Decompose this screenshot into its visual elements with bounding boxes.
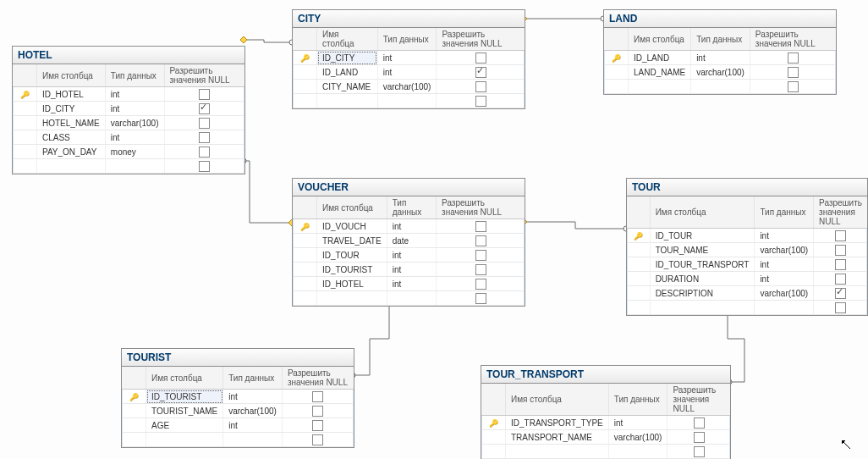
table-city[interactable]: CITYИмя столбцаТип данныхРазрешить значе… [292,9,525,109]
col-name-cell[interactable] [650,301,755,315]
col-name-cell[interactable]: LAND_NAME [629,65,691,80]
col-name-cell[interactable]: ID_HOTEL [37,87,106,102]
col-name-cell[interactable]: ID_LAND [629,51,691,65]
col-name-cell[interactable] [146,433,223,447]
null-checkbox[interactable] [312,406,323,417]
col-type-cell[interactable]: int [223,390,283,404]
col-name-cell[interactable]: ID_VOUCH [317,219,387,234]
col-type-cell[interactable] [691,80,750,94]
table-voucher[interactable]: VOUCHERИмя столбцаТип данныхРазрешить зн… [292,178,525,307]
table-row[interactable]: TRAVEL_DATEdate [293,234,525,248]
col-type-cell[interactable]: int [105,102,164,116]
col-name-cell[interactable]: ID_LAND [317,65,378,80]
null-checkbox[interactable] [694,446,705,457]
col-null-cell[interactable] [282,433,354,447]
null-checkbox[interactable] [475,279,486,290]
table-row[interactable]: 🔑ID_HOTELint [13,87,244,102]
col-type-cell[interactable]: int [377,51,437,65]
null-checkbox[interactable] [475,235,486,246]
table-row[interactable]: 🔑ID_VOUCHint [293,219,525,234]
col-name-cell[interactable]: HOTEL_NAME [37,116,106,130]
col-name-cell[interactable]: AGE [146,418,223,433]
table-row[interactable]: ID_TOUR_TRANSPORTint [627,257,867,272]
col-name-cell[interactable] [317,291,387,306]
table-row[interactable]: DURATIONint [627,272,867,286]
null-checkbox[interactable] [199,147,210,158]
col-name-cell[interactable]: PAY_ON_DAY [37,145,106,159]
col-type-cell[interactable] [755,301,814,315]
col-name-cell[interactable]: TRAVEL_DATE [317,234,387,248]
table-title[interactable]: TOURIST [122,349,354,367]
col-null-cell[interactable] [667,430,730,445]
null-checkbox[interactable] [475,293,486,304]
null-checkbox[interactable] [835,302,846,313]
col-null-cell[interactable] [437,277,525,291]
table-row[interactable] [481,445,730,459]
null-checkbox[interactable] [835,259,846,270]
table-tour[interactable]: TOURИмя столбцаТип данныхРазрешить значе… [626,178,868,316]
null-checkbox[interactable] [694,418,705,429]
col-null-cell[interactable] [750,51,836,65]
col-type-cell[interactable]: date [387,234,436,248]
null-checkbox[interactable] [475,81,486,92]
col-name-cell[interactable]: ID_TOUR_TRANSPORT [650,257,755,272]
col-null-cell[interactable] [437,219,525,234]
col-null-cell[interactable] [814,257,867,272]
col-null-cell[interactable] [667,416,730,430]
table-row[interactable]: 🔑ID_TOURISTint [122,390,354,404]
col-null-cell[interactable] [164,102,244,116]
table-row[interactable] [122,433,354,447]
col-type-cell[interactable]: int [105,87,164,102]
null-checkbox[interactable] [199,103,210,114]
col-null-cell[interactable] [437,291,525,306]
null-checkbox[interactable] [835,230,846,241]
col-type-cell[interactable]: int [387,263,436,277]
table-row[interactable]: ID_HOTELint [293,277,525,291]
col-null-cell[interactable] [814,286,867,301]
col-name-cell[interactable]: CLASS [37,130,106,145]
col-null-cell[interactable] [437,94,525,108]
col-type-cell[interactable]: varchar(100) [377,80,437,94]
table-tourist[interactable]: TOURISTИмя столбцаТип данныхРазрешить зн… [121,348,354,448]
col-type-cell[interactable]: varchar(100) [691,65,750,80]
col-null-cell[interactable] [814,301,867,315]
col-null-cell[interactable] [814,229,867,243]
table-row[interactable]: CITY_NAMEvarchar(100) [293,80,525,94]
col-type-cell[interactable]: int [755,257,814,272]
table-row[interactable] [604,80,836,94]
null-checkbox[interactable] [475,264,486,275]
col-name-cell[interactable]: TOURIST_NAME [146,404,223,418]
col-type-cell[interactable] [608,445,667,459]
col-type-cell[interactable]: int [387,277,436,291]
col-name-cell[interactable]: ID_TOUR [650,229,755,243]
null-checkbox[interactable] [199,89,210,100]
col-null-cell[interactable] [164,145,244,159]
null-checkbox[interactable] [475,221,486,232]
col-type-cell[interactable]: int [608,416,667,430]
col-name-cell[interactable]: DURATION [650,272,755,286]
col-name-cell[interactable]: ID_HOTEL [317,277,387,291]
col-name-cell[interactable]: ID_CITY [37,102,106,116]
col-name-cell[interactable]: ID_CITY [317,51,378,65]
col-type-cell[interactable]: varchar(100) [755,286,814,301]
table-row[interactable] [293,291,525,306]
col-name-cell[interactable] [506,445,609,459]
null-checkbox[interactable] [475,250,486,261]
col-name-cell[interactable]: DESCRIPTION [650,286,755,301]
table-row[interactable] [293,94,525,108]
col-null-cell[interactable] [164,116,244,130]
null-checkbox[interactable] [475,96,486,107]
col-name-cell[interactable] [629,80,691,94]
table-title[interactable]: VOUCHER [293,179,525,196]
null-checkbox[interactable] [475,67,486,78]
col-type-cell[interactable]: int [755,272,814,286]
table-row[interactable]: 🔑ID_CITYint [293,51,525,65]
col-null-cell[interactable] [282,404,354,418]
col-name-cell[interactable]: ID_TOUR [317,248,387,263]
col-type-cell[interactable]: int [755,229,814,243]
col-null-cell[interactable] [814,272,867,286]
col-name-cell[interactable]: ID_TOURIST [146,390,223,404]
table-row[interactable]: ID_TOURISTint [293,263,525,277]
table-row[interactable]: 🔑ID_TRANSPORT_TYPEint [481,416,730,430]
table-row[interactable]: DESCRIPTIONvarchar(100) [627,286,867,301]
